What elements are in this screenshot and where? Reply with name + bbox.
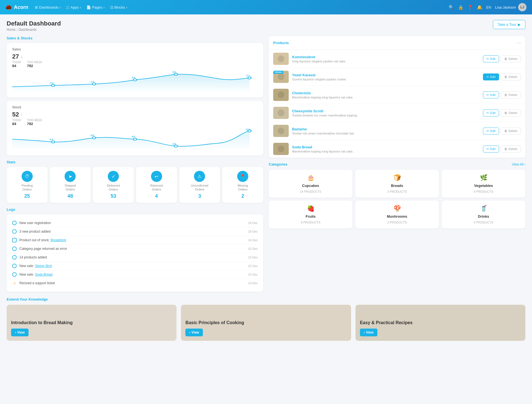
log-item: 14 products added 15 Dec: [12, 253, 258, 262]
delete-button[interactable]: 🗑 Delete: [501, 110, 521, 116]
stats-section: Stats ⏱ PendingOrders 25 ➤ ShippedOrders…: [7, 160, 263, 203]
log-date: 18 Dec: [248, 230, 258, 233]
product-image: TREND: [273, 71, 289, 83]
log-left: Category page returned an error: [12, 247, 67, 251]
delete-button[interactable]: 🗑 Delete: [501, 73, 521, 80]
logs-label: Logs: [7, 207, 263, 212]
logs-section: Logs New user registration 18 Dec 3 new …: [7, 207, 263, 292]
category-card-vegetables[interactable]: 🌿 Vegetables 8 PRODUCTS: [442, 170, 525, 198]
left-column: Sales & Stocks Sales 27 ↓ T: [7, 36, 263, 292]
categories-header: Categories View All ›: [269, 162, 525, 166]
category-name: Breads: [391, 184, 403, 188]
product-img-svg: [273, 143, 289, 155]
blocks-icon: ⊡: [110, 5, 113, 9]
log-type-icon: [12, 229, 17, 234]
right-column: Products ··· Kommissbrot Icing liquorice…: [269, 36, 525, 292]
edit-button[interactable]: ✏ Edit: [483, 73, 499, 80]
knowledge-view-button[interactable]: › View: [11, 329, 29, 336]
category-card-breads[interactable]: 🍞 Breads 3 PRODUCTS: [355, 170, 439, 198]
bell-icon[interactable]: 🔔: [477, 5, 482, 10]
product-image: [273, 143, 289, 155]
edit-icon: ✏: [487, 129, 489, 133]
nav-dashboards[interactable]: ⊞ Dashboards ›: [35, 5, 61, 9]
delete-button[interactable]: 🗑 Delete: [501, 92, 521, 98]
category-card-mushrooms[interactable]: 🍄 Mushrooms 3 PRODUCTS: [355, 200, 439, 228]
svg-point-12: [133, 138, 137, 140]
log-type-icon: [12, 238, 17, 242]
edit-button[interactable]: ✏ Edit: [483, 55, 499, 62]
category-card-cupcakes[interactable]: 🎂 Cupcakes 14 PRODUCTS: [269, 170, 352, 198]
sales-stocks-label: Sales & Stocks: [7, 36, 263, 40]
stat-label-returned: ReturnedOrders: [150, 184, 163, 192]
stock-month: THIS WEEK 792: [27, 119, 42, 126]
product-desc: Marshmallow topping icing liquorice oat …: [292, 96, 480, 99]
product-image: [273, 53, 289, 65]
nav-blocks[interactable]: ⊡ Blocks ›: [110, 5, 127, 9]
view-all-link[interactable]: View All ›: [512, 162, 525, 166]
stat-label-shipped: ShippedOrders: [65, 184, 76, 192]
svg-point-4: [248, 77, 251, 79]
products-list: Kommissbrot Icing liquorice olegário juj…: [269, 50, 525, 158]
edit-button[interactable]: ✏ Edit: [483, 92, 499, 98]
product-img-svg: [273, 53, 289, 65]
user-menu[interactable]: Lisa Jackson LJ: [495, 3, 526, 11]
log-item: New user registration 18 Dec: [12, 219, 258, 227]
knowledge-view-button[interactable]: › View: [360, 329, 377, 336]
trash-icon: 🗑: [504, 111, 507, 115]
stat-card-missing[interactable]: 📍 MissingOrders 2: [222, 167, 263, 203]
stat-card-unconfirmed[interactable]: ⚠ UnconfirmedOrders 3: [179, 167, 220, 203]
product-name[interactable]: Soda Bread: [292, 145, 480, 149]
product-name[interactable]: Kommissbrot: [292, 55, 480, 59]
take-tour-button[interactable]: Take a Tour ▶: [493, 20, 525, 29]
product-info: Bazlama Tootsie roll cream marshmallow c…: [292, 127, 480, 135]
product-name[interactable]: Cholermüs: [292, 91, 480, 95]
knowledge-section: Extend Your Knowledge Introduction to Br…: [7, 297, 525, 341]
stat-card-delivered[interactable]: ✓ DeliveredOrders 53: [93, 167, 134, 203]
category-card-fruits[interactable]: 🍓 Fruits 9 PRODUCTS: [269, 200, 352, 228]
log-link[interactable]: Soda Bread: [35, 273, 52, 276]
stat-card-returned[interactable]: ↩ ReturnedOrders 4: [136, 167, 177, 203]
log-link[interactable]: Steirer Brot: [35, 264, 52, 268]
product-actions: ✏ Edit 🗑 Delete: [483, 110, 521, 116]
svg-text:46: 46: [90, 134, 94, 137]
breadcrumb-dashboards[interactable]: Dashboards: [19, 28, 37, 32]
lock-icon[interactable]: 🔒: [458, 5, 464, 10]
log-link[interactable]: Breadstick: [51, 238, 66, 242]
stat-card-shipped[interactable]: ➤ ShippedOrders 48: [50, 167, 91, 203]
search-icon[interactable]: 🔍: [449, 5, 454, 10]
product-name[interactable]: Yeast Karavai: [292, 73, 480, 77]
product-desc: Icing liquorice olegário jujubes oat cak…: [292, 60, 480, 63]
chevron-right-icon: ›: [15, 331, 16, 334]
edit-button[interactable]: ✏ Edit: [483, 110, 499, 116]
logs-card: New user registration 18 Dec 3 new produ…: [7, 214, 263, 292]
log-item: New sale: Soda Bread 15 Dec: [12, 270, 258, 279]
product-name[interactable]: Bazlama: [292, 127, 480, 131]
lang-selector[interactable]: EN: [486, 5, 491, 9]
product-img-svg: [273, 125, 289, 137]
log-type-icon: [12, 247, 17, 251]
breadcrumb-home[interactable]: Home: [7, 28, 16, 32]
sales-month: THIS WEEK 792: [27, 61, 42, 68]
delete-button[interactable]: 🗑 Delete: [501, 146, 521, 153]
nav-pages[interactable]: 📄 Pages ›: [86, 5, 104, 9]
edit-button[interactable]: ✏ Edit: [483, 146, 499, 153]
delete-button[interactable]: 🗑 Delete: [501, 128, 521, 134]
log-text: Recived a support ticket: [19, 281, 55, 285]
svg-text:45: 45: [131, 135, 135, 138]
knowledge-view-button[interactable]: › View: [185, 329, 203, 336]
category-card-drinks[interactable]: 🥤 Drinks 4 PRODUCTS: [442, 200, 525, 228]
product-name[interactable]: Cheesymite Scroll: [292, 109, 480, 113]
edit-button[interactable]: ✏ Edit: [483, 128, 499, 134]
stat-card-pending[interactable]: ⏱ PendingOrders 25: [7, 167, 48, 203]
delete-button[interactable]: 🗑 Delete: [501, 55, 521, 62]
category-name: Cupcakes: [302, 184, 319, 188]
category-icon: 🍓: [307, 205, 314, 212]
log-left: ⚠ Recived a support ticket: [12, 281, 55, 285]
location-icon[interactable]: 📍: [467, 5, 473, 10]
svg-text:29: 29: [131, 76, 135, 79]
products-more-icon[interactable]: ···: [517, 40, 521, 46]
nav-apps[interactable]: ◻ Apps ›: [66, 5, 81, 9]
breadcrumb: Home | Dashboards: [7, 28, 61, 32]
svg-text:30: 30: [172, 71, 176, 73]
sales-header: 27 ↓ TODAY 84 THIS WEEK 792: [12, 53, 258, 68]
